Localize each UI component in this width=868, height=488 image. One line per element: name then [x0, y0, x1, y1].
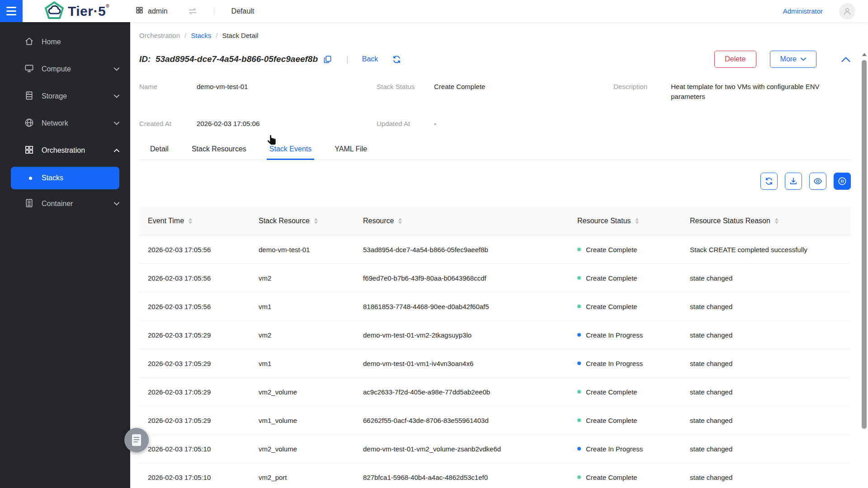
status-dot: [577, 276, 581, 280]
region-name[interactable]: Default: [231, 7, 255, 15]
pause-auto-refresh-button[interactable]: [834, 173, 851, 190]
sort-icon[interactable]: [635, 218, 639, 224]
vertical-scrollbar[interactable]: [860, 22, 868, 488]
workspace-switcher[interactable]: admin: [136, 6, 168, 16]
visibility-button[interactable]: [809, 173, 826, 190]
tab-yaml-file[interactable]: YAML File: [334, 143, 368, 160]
sidebar-item-storage[interactable]: Storage: [0, 85, 130, 107]
status-text: Create In Progress: [586, 445, 643, 453]
document-icon: [131, 433, 142, 447]
column-event-time[interactable]: Event Time: [139, 217, 250, 225]
workspace-name: admin: [148, 7, 168, 15]
refresh-table-button[interactable]: [760, 173, 778, 190]
cell-resource-status: Create Complete: [569, 388, 681, 396]
chevron-down-icon: [114, 94, 119, 98]
chevron-up-icon: [114, 149, 119, 152]
cell-resource-status: Create Complete: [569, 274, 681, 282]
created-at-value: 2026-02-03 17:05:06: [197, 119, 259, 129]
status-text: Create Complete: [586, 417, 637, 424]
status-dot: [577, 447, 581, 450]
cell-resource: 53ad8954-dce7-4a54-b866-05fec9aeef8b: [354, 246, 569, 253]
compute-icon: [24, 64, 34, 75]
sort-icon[interactable]: [775, 218, 778, 224]
storage-icon: [24, 91, 34, 102]
collapse-header-icon[interactable]: [841, 56, 851, 63]
grid-icon: [136, 6, 143, 16]
cell-resource: f69ed7e0-b7b6-43f9-80aa-b0643968ccdf: [354, 274, 569, 282]
stack-status-label: Stack Status: [377, 82, 434, 102]
stack-status-value: Create Complete: [434, 82, 485, 102]
stack-info: Namedemo-vm-test-01 Stack StatusCreate C…: [139, 82, 851, 128]
sidebar-item-home[interactable]: Home: [0, 31, 130, 53]
home-icon: [24, 37, 34, 48]
cell-stack-resource: vm1: [250, 303, 354, 310]
sidebar-item-label: Compute: [42, 65, 71, 73]
sidebar-item-orchestration[interactable]: Orchestration: [0, 140, 130, 161]
tab-stack-resources[interactable]: Stack Resources: [191, 143, 247, 160]
column-resource-status[interactable]: Resource Status: [569, 217, 681, 225]
hamburger-menu-button[interactable]: [0, 0, 23, 22]
cell-event-time: 2026-02-03 17:05:56: [139, 274, 250, 282]
sort-icon[interactable]: [398, 218, 402, 224]
more-button[interactable]: More: [770, 51, 816, 68]
cell-stack-resource: vm2: [250, 274, 354, 282]
sidebar-item-stacks[interactable]: Stacks: [11, 167, 119, 189]
brand-logo: Tier·5®: [44, 1, 109, 21]
cell-resource: demo-vm-test-01-vm2-2tkagsuyp3lo: [354, 331, 569, 339]
detail-tabs: Detail Stack Resources Stack Events YAML…: [139, 143, 851, 160]
column-resource-status-reason[interactable]: Resource Status Reason: [681, 217, 851, 225]
delete-button[interactable]: Delete: [714, 51, 756, 68]
status-text: Create In Progress: [586, 360, 643, 367]
sort-icon[interactable]: [189, 218, 192, 224]
tab-detail[interactable]: Detail: [149, 143, 170, 160]
chevron-down-icon: [801, 57, 806, 61]
cell-resource-status-reason: Stack CREATE completed successfully: [681, 246, 851, 253]
sidebar-item-network[interactable]: Network: [0, 113, 130, 134]
cell-stack-resource: vm2_port: [250, 474, 354, 481]
switch-project-icon[interactable]: [188, 7, 198, 15]
name-label: Name: [139, 82, 197, 102]
scroll-up-arrow-icon[interactable]: [862, 53, 867, 56]
docs-widget[interactable]: [124, 428, 149, 452]
user-role-link[interactable]: Administrator: [783, 7, 823, 15]
tab-stack-events[interactable]: Stack Events: [269, 143, 312, 160]
status-dot: [577, 305, 581, 308]
cell-stack-resource: demo-vm-test-01: [250, 246, 354, 253]
sidebar-item-label: Orchestration: [42, 146, 85, 155]
cell-stack-resource: vm2_volume: [250, 388, 354, 396]
breadcrumb-current: Stack Detail: [222, 32, 258, 39]
breadcrumb: Orchestration / Stacks / Stack Detail: [139, 22, 851, 39]
copy-icon[interactable]: [323, 55, 332, 64]
sidebar-item-label: Network: [42, 119, 68, 127]
sidebar-item-container[interactable]: Container: [0, 193, 130, 215]
avatar[interactable]: [839, 3, 855, 19]
cloud-logo-icon: [44, 1, 64, 21]
cell-resource-status: Create In Progress: [569, 331, 681, 339]
events-table: Event Time Stack Resource Resource Resou…: [139, 207, 851, 488]
breadcrumb-stacks-link[interactable]: Stacks: [191, 32, 211, 39]
column-resource[interactable]: Resource: [354, 217, 569, 225]
cell-resource-status: Create In Progress: [569, 360, 681, 367]
cell-event-time: 2026-02-03 17:05:29: [139, 388, 250, 396]
cell-resource-status-reason: state changed: [681, 445, 851, 453]
table-body: 2026-02-03 17:05:56 demo-vm-test-01 53ad…: [139, 235, 851, 488]
cell-resource-status: Create Complete: [569, 417, 681, 424]
sidebar-item-compute[interactable]: Compute: [0, 58, 130, 80]
cell-event-time: 2026-02-03 17:05:56: [139, 246, 250, 253]
status-text: Create Complete: [586, 274, 637, 282]
back-link[interactable]: Back: [362, 55, 378, 63]
status-text: Create Complete: [586, 474, 637, 481]
table-row: 2026-02-03 17:05:29 vm2 demo-vm-test-01-…: [139, 321, 851, 349]
cell-stack-resource: vm1: [250, 360, 354, 367]
download-button[interactable]: [785, 173, 802, 190]
status-dot: [577, 248, 581, 251]
table-row: 2026-02-03 17:05:29 vm1 demo-vm-test-01-…: [139, 349, 851, 378]
sort-icon[interactable]: [314, 218, 318, 224]
cell-resource-status-reason: state changed: [681, 360, 851, 367]
refresh-icon[interactable]: [392, 55, 401, 64]
cell-resource: 66262f55-0acf-43de-8706-83e55961403d: [354, 417, 569, 424]
column-stack-resource[interactable]: Stack Resource: [250, 217, 354, 225]
cell-event-time: 2026-02-03 17:05:10: [139, 474, 250, 481]
main-content: Orchestration / Stacks / Stack Detail ID…: [130, 22, 868, 488]
scrollbar-thumb[interactable]: [862, 60, 867, 429]
